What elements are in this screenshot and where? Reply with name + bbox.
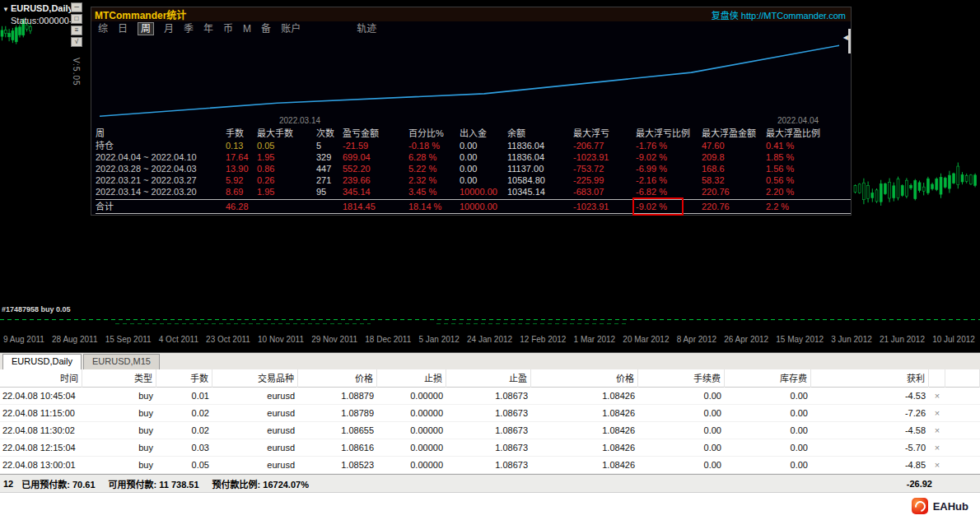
eahub-logo[interactable]: EAHub xyxy=(912,498,968,514)
terminal-cell: -4.53 xyxy=(811,388,929,405)
terminal-cell: 1.08673 xyxy=(446,388,531,405)
panel-menu-item[interactable]: 综 xyxy=(98,23,108,35)
panel-menu-item[interactable]: 年 xyxy=(203,23,213,35)
time-axis[interactable]: 9 Aug 201128 Aug 201115 Sep 20114 Oct 20… xyxy=(0,333,980,348)
terminal-cell: 0.00 xyxy=(638,422,725,439)
stats-cell: 2022.04.04 ~ 2022.04.10 xyxy=(96,151,226,163)
panel-menu-item[interactable]: 备 xyxy=(261,23,271,35)
list-icon[interactable]: ≡ xyxy=(71,26,82,35)
minimize-icon[interactable]: ─ xyxy=(71,2,82,12)
stats-cell: 10000.00 xyxy=(460,186,507,197)
terminal-cell: 22.04.08 10:45:04 xyxy=(0,388,82,405)
terminal-cell: 0.00 xyxy=(725,405,811,422)
terminal-row[interactable]: 22.04.08 11:15:00buy0.02eurusd1.087890.0… xyxy=(0,405,980,422)
terminal-col-header: 止损 xyxy=(377,369,446,388)
time-axis-label: 20 Mar 2012 xyxy=(623,335,669,348)
candlestick-chart-right xyxy=(853,151,979,221)
stats-col-header: 周 xyxy=(96,127,226,140)
close-position-button[interactable]: × xyxy=(929,405,945,422)
stats-cell: 8.69 xyxy=(226,186,257,197)
terminal-col-header: 时间 xyxy=(0,369,82,388)
terminal-row[interactable]: 22.04.08 11:30:02buy0.02eurusd1.086550.0… xyxy=(0,422,980,439)
price-dashed-line xyxy=(0,319,980,320)
stats-cell: 3.45 % xyxy=(408,186,460,197)
panel-title: MTCommander统计 xyxy=(95,7,186,21)
stats-cell: 6.28 % xyxy=(408,151,460,163)
terminal-cell: 1.08673 xyxy=(446,457,531,474)
stats-cell: 0.13 xyxy=(226,140,257,151)
stats-total-cell: 10000.00 xyxy=(460,200,507,214)
close-position-button[interactable]: × xyxy=(929,422,945,439)
terminal-cell: 0.00000 xyxy=(377,422,446,439)
stats-cell: 0.00 xyxy=(460,140,507,151)
time-axis-label: 24 Jan 2012 xyxy=(467,335,512,348)
close-position-button[interactable]: × xyxy=(929,457,945,474)
terminal-cell: -7.26 xyxy=(811,405,929,422)
stats-cell: 2022.03.28 ~ 2022.04.03 xyxy=(96,163,226,174)
dropdown-triangle-icon: ▼ xyxy=(2,6,9,13)
row-filler xyxy=(945,405,980,422)
terminal-cell: 0.00 xyxy=(725,457,811,474)
time-axis-label: 12 Feb 2012 xyxy=(520,335,566,348)
stats-cell: 239.66 xyxy=(343,174,408,186)
stats-table: 周手数最大手数次数盈亏金额百分比%出入金余额最大浮亏最大浮亏比例最大浮盈金额最大… xyxy=(91,127,851,214)
stats-total-cell: 18.14 % xyxy=(408,200,460,214)
terminal-cell: 0.00000 xyxy=(377,457,446,474)
chart-symbol-label: EURUSD,Daily xyxy=(11,3,73,13)
panel-menu-item[interactable]: 季 xyxy=(184,23,194,35)
terminal-cell: buy xyxy=(82,422,156,439)
stats-cell: 95 xyxy=(316,186,343,197)
row-filler xyxy=(945,388,980,405)
time-axis-label: 15 Sep 2011 xyxy=(105,335,152,348)
stats-cell: 2022.03.21 ~ 2022.03.27 xyxy=(96,174,226,186)
terminal-col-header: 价格 xyxy=(298,369,377,388)
time-axis-label: 15 May 2012 xyxy=(776,335,824,348)
check-icon[interactable]: √ xyxy=(71,37,82,47)
panel-menu-item[interactable]: 周 xyxy=(138,22,154,35)
terminal-row[interactable]: 22.04.08 12:15:04buy0.03eurusd1.086160.0… xyxy=(0,439,980,457)
panel-menu-item[interactable]: 日 xyxy=(118,23,128,35)
equity-axis-label-left: 2022.03.14 xyxy=(279,116,320,125)
row-filler xyxy=(945,457,980,474)
panel-menu-item[interactable]: 账户 xyxy=(281,23,301,35)
stats-total-cell: 2.2 % xyxy=(766,200,851,214)
stats-col-header: 最大浮亏比例 xyxy=(636,127,702,140)
ea-status-label: Status:000000-D xyxy=(11,16,79,26)
terminal-cell: 1.08426 xyxy=(531,439,638,457)
stats-col-header: 余额 xyxy=(507,127,573,140)
box-icon[interactable]: □ xyxy=(71,14,82,24)
time-axis-label: 26 Apr 2012 xyxy=(724,335,768,348)
stats-cell: 0.26 xyxy=(257,174,316,186)
terminal-cell: 0.00 xyxy=(725,439,811,457)
stats-cell: 5 xyxy=(316,140,343,151)
time-axis-label: 10 Nov 2011 xyxy=(258,335,304,348)
terminal-cell: 0.00000 xyxy=(377,439,446,457)
terminal-cell: eurusd xyxy=(212,439,298,457)
panel-menu-item[interactable]: 币 xyxy=(223,23,233,35)
stats-cell: 220.76 xyxy=(702,186,766,197)
stats-col-header: 最大浮盈金额 xyxy=(702,127,766,140)
terminal-cell: eurusd xyxy=(212,457,298,474)
stats-col-header: 最大手数 xyxy=(257,127,316,140)
panel-menu-item[interactable]: 月 xyxy=(164,23,174,35)
stats-col-header: 最大浮盈比例 xyxy=(766,127,851,140)
close-position-button[interactable]: × xyxy=(929,388,945,405)
equity-curve-svg xyxy=(91,36,852,127)
close-position-button[interactable]: × xyxy=(929,439,945,457)
stats-cell: 47.60 xyxy=(702,140,766,151)
time-axis-label: 10 Jul 2012 xyxy=(932,335,975,348)
terminal-row[interactable]: 22.04.08 13:00:01buy0.05eurusd1.085230.0… xyxy=(0,457,980,474)
terminal-row[interactable]: 22.04.08 10:45:04buy0.01eurusd1.088790.0… xyxy=(0,388,980,405)
terminal-cell: buy xyxy=(82,439,156,457)
stats-cell: 329 xyxy=(316,151,343,163)
panel-menu-item-trajectory[interactable]: 轨迹 xyxy=(357,23,376,35)
margin-level-label: 预付款比例: 16724.07% xyxy=(212,477,309,490)
chart-title: ▼EURUSD,Daily xyxy=(2,3,73,13)
terminal-cell: 0.00000 xyxy=(377,388,446,405)
trade-marker-dashes xyxy=(115,323,371,324)
time-axis-label: 29 Nov 2011 xyxy=(311,335,357,348)
tab-eurusd-m15[interactable]: EURUSD,M15 xyxy=(83,354,160,369)
tab-eurusd-daily[interactable]: EURUSD,Daily xyxy=(2,354,82,369)
panel-brand-link[interactable]: 复盘侠 http://MTCommander.com xyxy=(712,8,846,21)
panel-menu-item[interactable]: M xyxy=(243,23,251,35)
